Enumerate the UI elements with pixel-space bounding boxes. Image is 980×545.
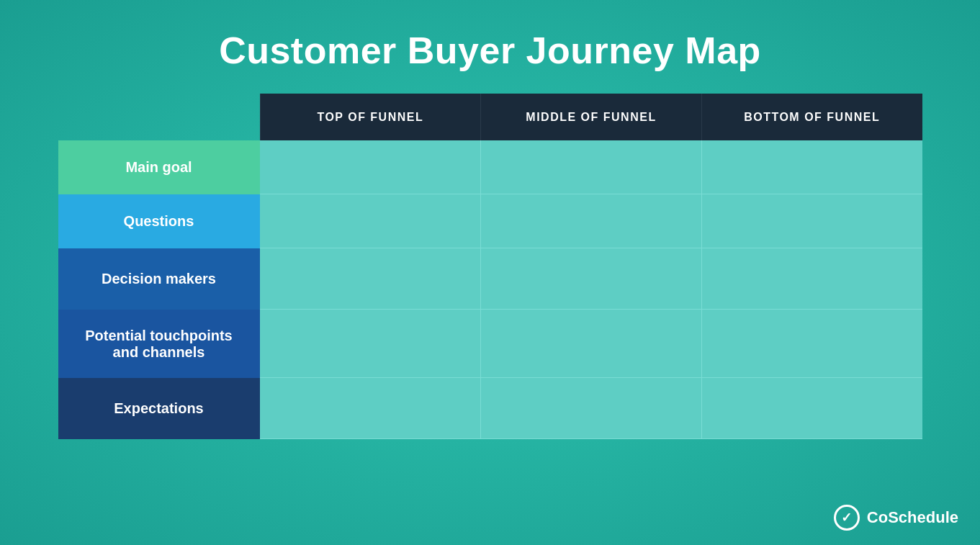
cell-decision-makers-top: [260, 248, 480, 310]
cell-expectations-middle: [480, 378, 701, 439]
table-header: TOP OF FUNNEL MIDDLE OF FUNNEL BOTTOM OF…: [260, 94, 922, 140]
cell-touchpoints-top: [260, 310, 480, 378]
logo-name: CoSchedule: [867, 508, 958, 527]
cell-expectations-top: [260, 378, 480, 439]
cell-touchpoints-middle: [480, 310, 701, 378]
buyer-journey-table: Main goal Questions Decision makers Pote…: [58, 94, 922, 439]
row-label-main-goal: Main goal: [58, 140, 260, 194]
header-bottom-of-funnel: BOTTOM OF FUNNEL: [701, 94, 922, 140]
cell-questions-bottom: [701, 194, 922, 248]
page-title: Customer Buyer Journey Map: [219, 29, 761, 72]
row-label-questions: Questions: [58, 194, 260, 248]
cell-main-goal-top: [260, 140, 480, 194]
label-header-spacer: [58, 94, 260, 140]
cell-decision-makers-bottom: [701, 248, 922, 310]
table-body: [260, 140, 922, 439]
data-row-expectations: [260, 378, 922, 439]
coschedule-logo: ✓ CoSchedule: [834, 505, 958, 531]
cell-questions-middle: [480, 194, 701, 248]
cell-touchpoints-bottom: [701, 310, 922, 378]
cell-expectations-bottom: [701, 378, 922, 439]
cell-decision-makers-middle: [480, 248, 701, 310]
logo-icon: ✓: [834, 505, 860, 531]
header-middle-of-funnel: MIDDLE OF FUNNEL: [480, 94, 701, 140]
row-labels: Main goal Questions Decision makers Pote…: [58, 94, 260, 439]
cell-main-goal-bottom: [701, 140, 922, 194]
row-label-decision-makers: Decision makers: [58, 248, 260, 310]
cell-main-goal-middle: [480, 140, 701, 194]
table-right: TOP OF FUNNEL MIDDLE OF FUNNEL BOTTOM OF…: [260, 94, 922, 439]
cell-questions-top: [260, 194, 480, 248]
header-top-of-funnel: TOP OF FUNNEL: [260, 94, 481, 140]
row-label-touchpoints: Potential touchpoints and channels: [58, 310, 260, 378]
data-row-main-goal: [260, 140, 922, 194]
row-label-expectations: Expectations: [58, 378, 260, 439]
data-row-questions: [260, 194, 922, 248]
data-row-touchpoints: [260, 310, 922, 378]
data-row-decision-makers: [260, 248, 922, 310]
